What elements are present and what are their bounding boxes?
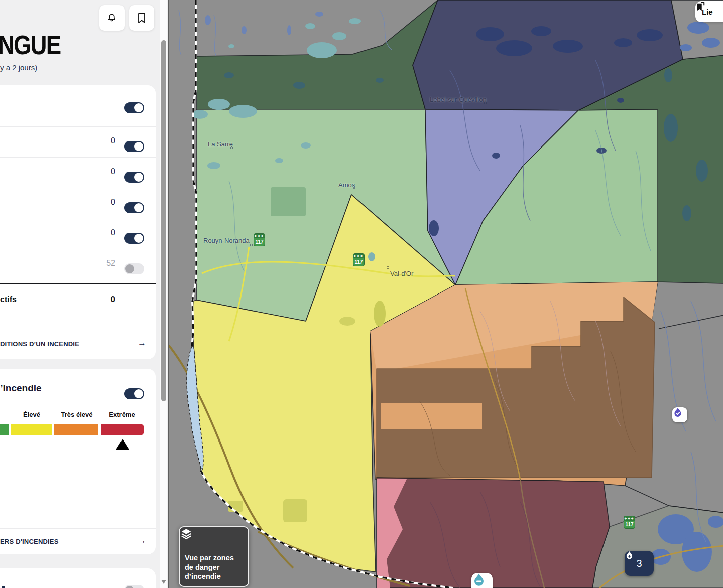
filter-toggle-1[interactable] [124,102,144,113]
flame-check-icon [672,407,683,418]
route-117-badge: ◆◆◆ 117 [624,516,635,529]
city-label: Lebel-sur-Quévillon [430,96,487,103]
clipped-text-fragment [2,586,5,588]
filter-toggle-5[interactable] [124,233,144,244]
zone-orange-notch [381,403,482,429]
legend-label-extreme: Extrême [99,411,145,418]
city-label: Rouyn-Noranda [203,237,250,244]
filter-count-2: 0 [85,136,115,145]
city-dot [484,102,487,104]
filter-toggle-2[interactable] [124,141,144,152]
notifications-button[interactable] [99,5,125,31]
arrow-right-icon[interactable]: → [138,536,146,546]
filter-toggle-3[interactable] [124,172,144,183]
flame-icon [625,551,634,560]
legend-seg-green [0,424,9,435]
fire-danger-title: r d’incendie [0,383,42,394]
contained-fire-marker[interactable] [672,407,687,422]
layer-view-button[interactable]: Vue par zones de danger d’incendie [179,526,249,587]
filter-count-5: 0 [85,228,115,237]
route-shield-crown: ◆◆◆ [624,516,635,521]
fire-cluster-counter[interactable]: 3 [625,551,654,576]
filter-count-6: 52 [85,259,115,268]
city-label: Val-d'Or [390,270,413,277]
layers-icon [180,527,193,540]
flame-minus-icon [471,573,487,588]
fire-danger-toggle[interactable] [124,388,144,399]
city-label: La Sarre [208,140,233,148]
active-fires-value: 0 [85,295,115,305]
city-dot [353,187,355,189]
legend-seg-yellow [11,424,52,435]
fire-count-value: 3 [636,558,642,569]
next-section-card [0,568,156,588]
scrollbar-thumb[interactable] [161,40,166,401]
map-zones-layer [169,0,723,588]
legend-pointer-triangle [116,439,129,450]
bookmark-icon [137,13,147,24]
bookmark-button[interactable] [129,5,154,31]
layer-view-label: Vue par zones de danger d’incendie [185,553,234,581]
filter-count-3: 0 [85,167,115,176]
zone-maroon [377,478,610,588]
route-shield-crown: ◆◆◆ [353,254,364,258]
map-canvas[interactable]: Lebel-sur-Quévillon La Sarre Amos Rouyn-… [168,0,723,588]
city-dot [387,266,389,269]
clipped-toggle[interactable] [124,585,144,588]
legend-seg-orange [54,424,98,435]
fire-filters-card: 0 0 0 0 52 ctifs 0 DITIONS D’UN INCENDIE… [0,85,156,359]
saved-places-button[interactable]: Lie [695,1,723,22]
route-117-badge: ◆◆◆ 117 [353,253,365,266]
sidebar-scrollbar[interactable] [160,0,167,588]
active-fires-label: ctifs [0,295,17,304]
filter-toggle-6[interactable] [124,263,144,274]
page-subtitle: y a 2 jours) [0,63,37,72]
route-117-badge: ◆◆◆ 117 [254,233,265,246]
city-dot [230,146,233,149]
bell-icon [106,13,117,24]
page-title: NGUE [0,30,60,61]
city-dot [250,244,253,246]
legend-label-tres-eleve: Très élevé [54,411,99,418]
filter-count-4: 0 [85,198,115,207]
arrow-right-icon[interactable]: → [138,338,146,348]
fire-hotspots-link[interactable]: ERS D'INCENDIES [0,538,59,545]
sidebar: NGUE y a 2 jours) 0 0 0 0 52 ctifs 0 DIT… [0,0,168,588]
filter-toggle-4[interactable] [124,202,144,213]
scrollbar-down-arrow[interactable] [161,580,166,584]
controlled-fire-marker[interactable] [471,573,493,588]
report-fire-link[interactable]: DITIONS D’UN INCENDIE [0,340,79,348]
legend-seg-red [101,424,144,435]
fire-danger-card: r d’incendie Élevé Très élevé Extrême ER… [0,369,156,554]
legend-label-eleve: Élevé [9,411,54,418]
bookmark-arrow-icon [695,1,705,12]
route-shield-crown: ◆◆◆ [254,234,265,238]
